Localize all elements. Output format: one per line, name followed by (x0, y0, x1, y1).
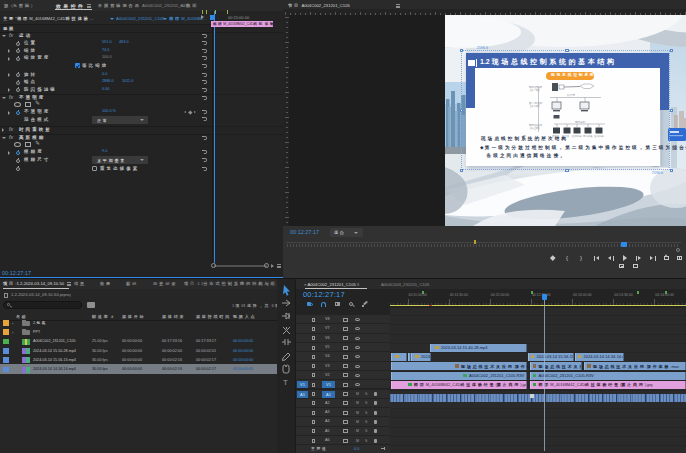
svg-text:T: T (283, 378, 288, 387)
